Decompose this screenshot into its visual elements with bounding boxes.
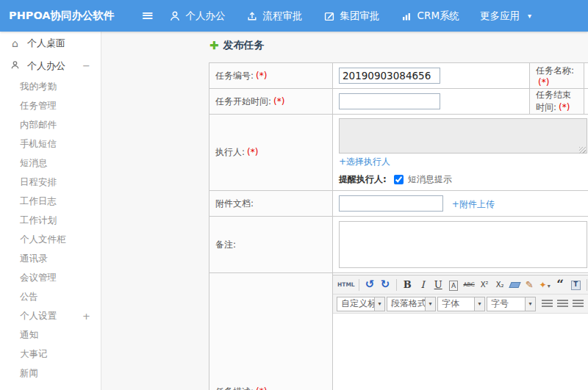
align-left-icon[interactable] [542, 300, 553, 308]
sidebar-item-notice[interactable]: 通知 [0, 325, 101, 344]
paste-text-icon[interactable]: T [571, 281, 581, 290]
align-center-icon[interactable] [557, 300, 568, 308]
collapse-icon[interactable]: − [82, 60, 90, 71]
executor-textarea[interactable] [339, 118, 587, 154]
sidebar-item-personal-settings[interactable]: 个人设置 + [0, 306, 101, 325]
task-number-label-cell: 任务编号:(*) [209, 63, 333, 89]
blockquote-icon[interactable]: “ [553, 281, 567, 288]
remark-label-cell: 备注: [209, 217, 333, 273]
task-number-input[interactable] [339, 68, 440, 84]
font-size-select[interactable]: 字号 ▾ [487, 297, 536, 311]
subscript-button[interactable]: X₂ [493, 281, 507, 289]
redo-icon[interactable]: ↻ [379, 279, 392, 290]
nav-item-workflow-approval[interactable]: 流程审批 [246, 10, 303, 23]
rich-text-editor: HTML ↺ ↻ B I U A ABC X² X₂ ✎ [332, 275, 588, 390]
nav-item-more-apps[interactable]: 更多应用 ▾ [480, 10, 531, 23]
edit-icon [323, 10, 335, 22]
editor-toolbar-row1: HTML ↺ ↻ B I U A ABC X² X₂ ✎ [333, 275, 588, 295]
strikethrough-button[interactable]: ABC [462, 282, 476, 288]
sidebar-item-news[interactable]: 新闻 [0, 364, 101, 383]
editor-content-area[interactable] [333, 314, 588, 390]
align-right-icon[interactable] [573, 300, 584, 308]
underline-button[interactable]: U [431, 280, 445, 289]
chevron-down-icon: ▾ [474, 297, 484, 311]
top-navbar: PHPOA协同办公软件 ≡ 个人办公 流程审批 集团审批 CRM系统 更多应用 … [0, 0, 588, 32]
html-source-button[interactable]: HTML [337, 282, 355, 288]
person-icon [169, 10, 181, 22]
sidebar-item-schedule[interactable]: 日程安排 [0, 173, 101, 192]
italic-button[interactable]: I [416, 280, 430, 289]
custom-heading-select[interactable]: 自定义标题 ▾ [337, 297, 385, 311]
resize-grip-icon[interactable] [579, 147, 586, 154]
magic-wand-icon[interactable]: ✦▾ [538, 281, 552, 289]
process-icon [246, 10, 258, 22]
sidebar-item-sms[interactable]: 手机短信 [0, 134, 101, 154]
app-logo: PHPOA协同办公软件 [0, 9, 134, 23]
sidebar-item-meeting-management[interactable]: 会议管理 [0, 268, 101, 287]
select-executor-link[interactable]: +选择执行人 [339, 156, 390, 167]
sidebar-item-contacts[interactable]: 通讯录 [0, 249, 101, 268]
nav-item-crm-system[interactable]: CRM系统 [401, 10, 459, 23]
editor-toolbar-row2: 自定义标题 ▾ 段落格式 ▾ 字体 ▾ 字号 ▾ [333, 295, 588, 314]
sidebar-item-work-plan[interactable]: 工作计划 [0, 211, 101, 230]
chevron-down-icon: ▾ [425, 297, 435, 311]
font-family-select[interactable]: 字体 ▾ [437, 297, 485, 311]
bar-chart-icon [401, 10, 412, 22]
undo-icon[interactable]: ↺ [363, 279, 377, 290]
superscript-button[interactable]: X² [478, 281, 492, 289]
person-icon [10, 60, 21, 71]
sms-remind-checkbox[interactable] [394, 175, 404, 184]
format-brush-icon[interactable]: ✎ [523, 280, 537, 289]
nav-item-personal-office[interactable]: 个人办公 [169, 10, 226, 23]
chevron-down-icon: ▾ [548, 283, 551, 289]
sidebar-item-internal-mail[interactable]: 内部邮件 [0, 115, 101, 134]
bold-button[interactable]: B [401, 280, 415, 289]
sidebar-item-personal-office[interactable]: 个人办公 − [0, 54, 101, 77]
page-title: ✚ 发布任务 [209, 39, 265, 52]
sidebar-item-my-attendance[interactable]: 我的考勤 [0, 77, 101, 96]
executor-label-cell: 执行人:(*) [209, 115, 333, 191]
sidebar-item-task-management[interactable]: 任务管理 [0, 96, 101, 115]
chevron-down-icon: ▾ [528, 12, 531, 20]
remark-textarea[interactable] [339, 221, 587, 268]
sidebar-item-work-log[interactable]: 工作日志 [0, 192, 101, 211]
hamburger-menu-icon[interactable]: ≡ [141, 8, 154, 24]
sidebar-item-major-events[interactable]: 大事记 [0, 344, 101, 364]
start-time-label-cell: 任务开始时间:(*) [209, 89, 333, 115]
home-icon: ⌂ [10, 38, 21, 48]
task-name-label-cell: 任务名称:(*) [530, 63, 584, 89]
expand-icon[interactable]: + [82, 311, 90, 322]
sidebar-item-announcement[interactable]: 公告 [0, 287, 101, 306]
description-label-cell: 任务描述:(*) [209, 273, 333, 390]
end-time-label-cell: 任务结束时间:(*) [530, 89, 584, 115]
eraser-icon[interactable] [509, 282, 520, 288]
chevron-down-icon: ▾ [374, 297, 384, 311]
sidebar-item-personal-files[interactable]: 个人文件柜 [0, 230, 101, 249]
sidebar-item-short-message[interactable]: 短消息 [0, 154, 101, 173]
nav-item-group-approval[interactable]: 集团审批 [323, 10, 380, 23]
main-content: ✚ 发布任务 任务编号:(*) 任务名称:(*) 任务开始时间:(*) [102, 32, 588, 390]
chevron-down-icon: ▾ [525, 297, 535, 311]
publish-task-form: 任务编号:(*) 任务名称:(*) 任务开始时间:(*) 任务结束时间:(*) [209, 62, 588, 390]
attachment-label-cell: 附件文档: [209, 191, 333, 217]
sidebar-item-personal-desktop[interactable]: ⌂ 个人桌面 [0, 32, 101, 54]
start-time-input[interactable] [339, 93, 440, 109]
paragraph-format-select[interactable]: 段落格式 ▾ [387, 297, 436, 311]
sidebar: ⌂ 个人桌面 个人办公 − 我的考勤 任务管理 内部邮件 手机短信 短消息 日程… [0, 32, 101, 390]
add-icon: ✚ [209, 40, 219, 51]
font-style-button[interactable]: A [449, 281, 458, 291]
attachment-input[interactable] [339, 195, 443, 212]
attachment-upload-link[interactable]: +附件上传 [452, 199, 495, 209]
